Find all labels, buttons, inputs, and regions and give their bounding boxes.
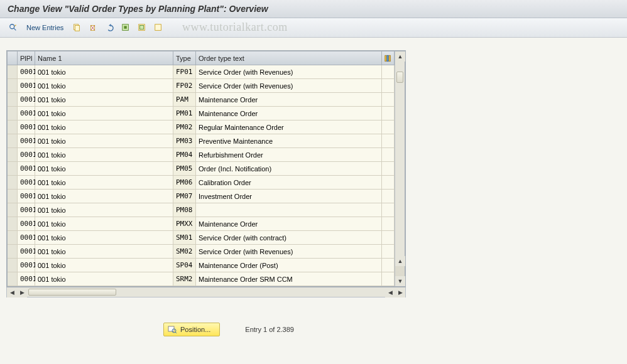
row-selector[interactable] <box>8 176 18 189</box>
cell-blank <box>382 259 395 272</box>
cell-type: PMXX <box>173 217 196 230</box>
grid-header-config-icon[interactable] <box>382 51 395 65</box>
scroll-right-icon[interactable]: ▶ <box>395 287 405 297</box>
horizontal-scrollbar[interactable]: ◀ ▶ ◀ ▶ <box>6 287 406 297</box>
cell-ordertext: Service Order (with contract) <box>196 231 382 244</box>
cell-blank <box>382 107 395 120</box>
cell-type: SM02 <box>173 245 196 258</box>
undo-icon[interactable] <box>102 21 116 35</box>
row-selector[interactable] <box>8 217 18 230</box>
cell-plpl: 0001 <box>18 190 35 203</box>
row-selector[interactable] <box>8 93 18 106</box>
row-selector[interactable] <box>8 231 18 244</box>
table-row[interactable]: 0001001 tokioSP04Maintenance Order (Post… <box>8 259 395 272</box>
grid-header-ordertext[interactable]: Order type text <box>196 51 382 65</box>
row-selector[interactable] <box>8 107 18 120</box>
select-all-icon[interactable] <box>119 21 133 35</box>
table-row[interactable]: 0001001 tokioSRM2Maintenance Order SRM C… <box>8 272 395 286</box>
vertical-scrollbar[interactable]: ▲ ▲ ▼ <box>395 51 405 286</box>
select-block-icon[interactable] <box>135 21 149 35</box>
grid-header-plpl[interactable]: PlPl <box>18 51 35 65</box>
cell-plpl: 0001 <box>18 65 35 78</box>
scroll-down2-icon[interactable]: ▼ <box>395 276 405 286</box>
toggle-display-icon[interactable] <box>6 21 20 35</box>
cell-ordertext: Regular Maintenance Order <box>196 120 382 134</box>
table-row[interactable]: 0001001 tokioFP01Service Order (with Rev… <box>8 65 395 79</box>
cell-name1: 001 tokio <box>35 272 173 286</box>
position-button[interactable]: Position... <box>163 323 220 336</box>
cell-blank <box>382 93 395 106</box>
copy-icon[interactable] <box>70 21 84 35</box>
cell-blank <box>382 272 395 286</box>
table-row[interactable]: 0001001 tokioPM04Refurbishment Order <box>8 148 395 162</box>
scroll-left-icon[interactable]: ◀ <box>7 287 17 297</box>
cell-blank <box>382 217 395 230</box>
grid-header-row: PlPl Name 1 Type Order type text <box>8 51 395 65</box>
deselect-all-icon[interactable] <box>151 21 165 35</box>
table-row[interactable]: 0001001 tokioPM08 <box>8 203 395 217</box>
scroll-left2-icon[interactable]: ◀ <box>385 287 395 297</box>
row-selector[interactable] <box>8 203 18 217</box>
table-row[interactable]: 0001001 tokioFP02Service Order (with Rev… <box>8 79 395 93</box>
row-selector[interactable] <box>8 272 18 286</box>
table-row[interactable]: 0001001 tokioPM06Calibration Order <box>8 176 395 190</box>
svg-rect-12 <box>385 55 386 61</box>
scroll-up-icon[interactable]: ▲ <box>395 51 405 62</box>
table-row[interactable]: 0001001 tokioPM05Order (Incl. Notificati… <box>8 162 395 176</box>
watermark-text: www.tutorialkart.com <box>182 21 288 34</box>
cell-type: PAM <box>173 93 196 106</box>
cell-blank <box>382 134 395 147</box>
cell-ordertext: Calibration Order <box>196 176 382 189</box>
scroll-thumb-h[interactable] <box>28 289 116 296</box>
data-grid: PlPl Name 1 Type Order type text 0001001… <box>6 50 406 287</box>
cell-name1: 001 tokio <box>35 217 173 230</box>
row-selector[interactable] <box>8 148 18 161</box>
table-row[interactable]: 0001001 tokioSM01Service Order (with con… <box>8 231 395 245</box>
svg-rect-8 <box>124 26 127 28</box>
table-row[interactable]: 0001001 tokioPMXXMaintenance Order <box>8 217 395 231</box>
svg-rect-3 <box>75 26 80 31</box>
cell-name1: 001 tokio <box>35 203 173 217</box>
grid-header-name1[interactable]: Name 1 <box>35 51 173 65</box>
cell-plpl: 0001 <box>18 93 35 106</box>
row-selector[interactable] <box>8 245 18 258</box>
table-row[interactable]: 0001001 tokioPAMMaintenance Order <box>8 93 395 107</box>
scroll-down-icon[interactable]: ▲ <box>395 256 405 266</box>
row-selector[interactable] <box>8 79 18 92</box>
cell-blank <box>382 231 395 244</box>
svg-rect-11 <box>155 24 161 31</box>
scroll-thumb-v[interactable] <box>396 72 403 83</box>
cell-blank <box>382 203 395 217</box>
row-selector[interactable] <box>8 259 18 272</box>
table-row[interactable]: 0001001 tokioPM03Preventive Maintenance <box>8 134 395 148</box>
cell-plpl: 0001 <box>18 148 35 161</box>
cell-type: PM03 <box>173 134 196 147</box>
svg-rect-10 <box>140 26 144 29</box>
cell-ordertext: Maintenance Order SRM CCM <box>196 272 382 286</box>
table-row[interactable]: 0001001 tokioSM02Service Order (with Rev… <box>8 245 395 259</box>
grid-header-selector[interactable] <box>8 51 18 65</box>
row-selector[interactable] <box>8 134 18 147</box>
delete-icon[interactable] <box>86 21 100 35</box>
position-label: Position... <box>180 326 210 333</box>
cell-ordertext: Maintenance Order <box>196 107 382 120</box>
cell-plpl: 0001 <box>18 231 35 244</box>
cell-name1: 001 tokio <box>35 93 173 106</box>
svg-line-1 <box>14 28 16 31</box>
cell-plpl: 0001 <box>18 162 35 175</box>
table-row[interactable]: 0001001 tokioPM01Maintenance Order <box>8 107 395 120</box>
table-row[interactable]: 0001001 tokioPM02Regular Maintenance Ord… <box>8 120 395 134</box>
new-entries-button[interactable]: New Entries <box>23 21 67 35</box>
scroll-right-split-icon[interactable]: ▶ <box>17 287 27 297</box>
grid-header-type[interactable]: Type <box>173 51 196 65</box>
row-selector[interactable] <box>8 162 18 175</box>
cell-blank <box>382 190 395 203</box>
row-selector[interactable] <box>8 65 18 78</box>
cell-ordertext: Service Order (with Revenues) <box>196 65 382 78</box>
svg-line-17 <box>175 332 177 333</box>
cell-ordertext: Maintenance Order <box>196 93 382 106</box>
row-selector[interactable] <box>8 120 18 134</box>
table-row[interactable]: 0001001 tokioPM07Investment Order <box>8 190 395 203</box>
cell-ordertext: Service Order (with Revenues) <box>196 79 382 92</box>
row-selector[interactable] <box>8 190 18 203</box>
